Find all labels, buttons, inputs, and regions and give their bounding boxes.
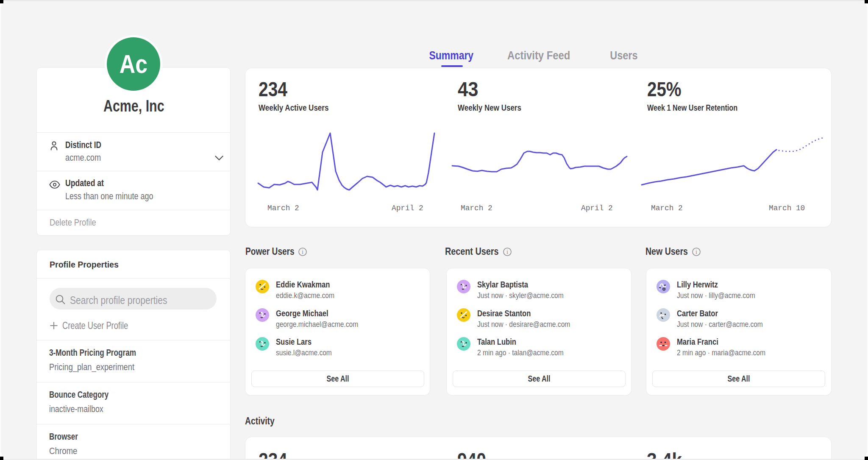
svg-text:i: i [506, 249, 508, 255]
svg-text:i: i [302, 249, 303, 255]
svg-text:i: i [696, 249, 697, 255]
